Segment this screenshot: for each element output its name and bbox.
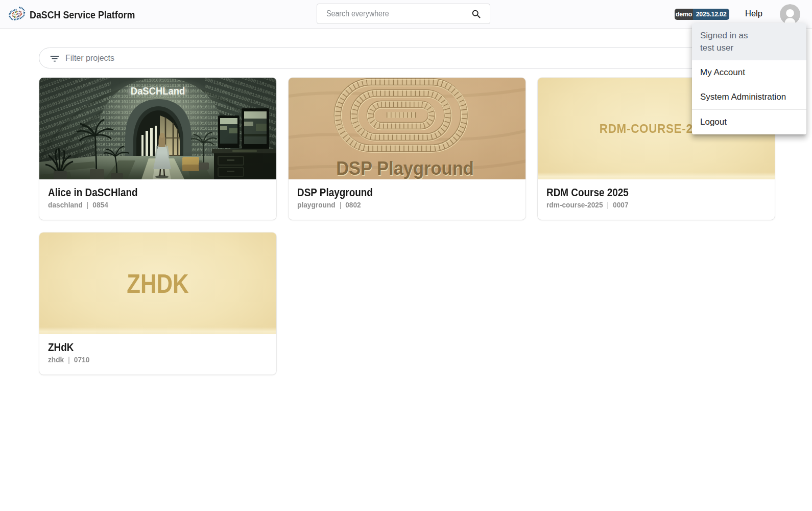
svg-text:DaSCHLand: DaSCHLand [131,85,185,97]
svg-text:DSP Playground: DSP Playground [336,157,474,179]
